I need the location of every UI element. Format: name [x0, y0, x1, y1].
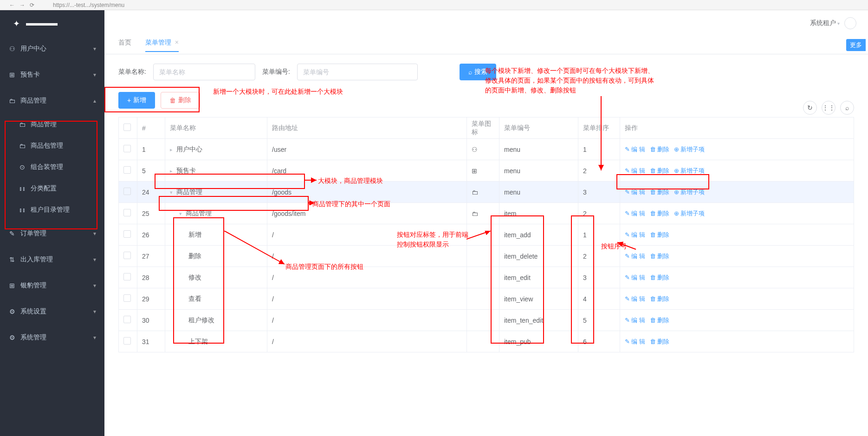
delete-link[interactable]: 🗑删除: [650, 316, 669, 325]
edit-link[interactable]: ✎编 辑: [625, 188, 645, 196]
addsub-link[interactable]: ⊕新增子项: [674, 167, 705, 175]
row-sort: 3: [578, 267, 620, 288]
checkbox-all[interactable]: [123, 124, 131, 131]
add-button[interactable]: +新增: [118, 92, 155, 109]
close-icon[interactable]: ×: [175, 39, 179, 46]
expand-icon[interactable]: ▾: [179, 211, 182, 216]
expand-icon[interactable]: ▸: [170, 168, 173, 174]
table-row: 31上下架/item_pub6✎编 辑🗑删除: [119, 331, 854, 352]
sidebar-item[interactable]: ⊞银豹管理▾: [0, 273, 104, 299]
edit-link[interactable]: ✎编 辑: [625, 295, 645, 303]
sidebar-subitem[interactable]: ⊙组合装管理: [5, 156, 104, 178]
row-ops: ✎编 辑🗑删除: [620, 310, 854, 331]
trash-icon: 🗑: [650, 253, 656, 260]
menucode-label: 菜单编号:: [262, 68, 290, 76]
row-idx: 30: [137, 310, 165, 331]
delete-link[interactable]: 🗑删除: [650, 209, 669, 218]
sidebar-subitem[interactable]: 🗀商品管理: [5, 114, 104, 135]
sidebar-item[interactable]: ⇅出入库管理▾: [0, 247, 104, 273]
delete-link[interactable]: 🗑删除: [650, 252, 669, 260]
row-sort: 3: [578, 182, 620, 203]
edit-link[interactable]: ✎编 辑: [625, 167, 645, 175]
tabs-more-button[interactable]: 更多: [846, 39, 866, 51]
edit-link[interactable]: ✎编 辑: [625, 338, 645, 346]
col-code: 菜单编号: [499, 117, 578, 139]
combo-icon: ⊙: [19, 163, 26, 171]
row-checkbox[interactable]: [123, 337, 131, 345]
edit-link[interactable]: ✎编 辑: [625, 316, 645, 325]
sidebar-item[interactable]: ⚇用户中心▾: [0, 36, 104, 62]
row-sort: 1: [578, 139, 620, 160]
delete-link[interactable]: 🗑删除: [650, 188, 669, 196]
tenant-dropdown[interactable]: 系统租户▾: [810, 19, 840, 27]
row-idx: 27: [137, 246, 165, 267]
delete-link[interactable]: 🗑删除: [650, 167, 669, 175]
row-checkbox[interactable]: [123, 188, 131, 195]
edit-icon: ✎: [625, 274, 630, 281]
sidebar-subitem[interactable]: ⫾⫾分类配置: [5, 178, 104, 199]
avatar[interactable]: [844, 17, 856, 29]
url-text: https://...-test.../system/menu: [53, 2, 124, 8]
edit-link[interactable]: ✎编 辑: [625, 209, 645, 218]
row-checkbox[interactable]: [123, 294, 131, 302]
expand-icon[interactable]: ▸: [170, 147, 173, 152]
sidebar-item[interactable]: 🗀商品管理▴: [0, 88, 104, 114]
row-checkbox[interactable]: [123, 209, 131, 216]
addsub-link[interactable]: ⊕新增子项: [674, 209, 705, 218]
addsub-link[interactable]: ⊕新增子项: [674, 188, 705, 196]
row-checkbox[interactable]: [123, 145, 131, 152]
row-ops: ✎编 辑🗑删除⊕新增子项: [620, 203, 854, 224]
row-checkbox[interactable]: [123, 166, 131, 174]
table-row: 29查看/item_view4✎编 辑🗑删除: [119, 288, 854, 310]
row-checkbox[interactable]: [123, 230, 131, 238]
row-checkbox[interactable]: [123, 273, 131, 280]
browser-refresh-icon[interactable]: ⟳: [30, 2, 34, 8]
delete-link[interactable]: 🗑删除: [650, 338, 669, 346]
row-checkbox[interactable]: [123, 252, 131, 259]
edit-link[interactable]: ✎编 辑: [625, 231, 645, 239]
sidebar-item[interactable]: ⚙系统管理▾: [0, 325, 104, 351]
edit-link[interactable]: ✎编 辑: [625, 252, 645, 260]
expand-icon[interactable]: ▾: [170, 189, 173, 195]
sidebar-item[interactable]: ✎订单管理▾: [0, 221, 104, 247]
stock-icon: ⇅: [8, 256, 16, 263]
delete-button[interactable]: 🗑删除: [161, 92, 200, 109]
edit-link[interactable]: ✎编 辑: [625, 273, 645, 282]
menuname-input[interactable]: [153, 64, 255, 80]
row-code: item_pub: [499, 331, 578, 352]
sidebar-item[interactable]: ⚙系统设置▾: [0, 299, 104, 325]
row-path: /: [267, 310, 467, 331]
search-icon: ⌕: [468, 68, 472, 76]
tab-home[interactable]: 首页: [118, 39, 131, 52]
header: 系统租户▾: [104, 10, 868, 36]
sidebar-item-label: 分类配置: [31, 184, 57, 193]
search-button[interactable]: ⌕搜索: [460, 64, 496, 80]
row-path: /card: [267, 160, 467, 182]
chevron-icon: ▾: [93, 72, 96, 78]
columns-icon[interactable]: ⋮⋮: [822, 101, 836, 115]
menucode-input[interactable]: [297, 64, 418, 80]
delete-link[interactable]: 🗑删除: [650, 273, 669, 282]
delete-link[interactable]: 🗑删除: [650, 295, 669, 303]
browser-fwd-icon[interactable]: →: [19, 2, 25, 8]
sidebar-subitem[interactable]: 🗀商品包管理: [5, 135, 104, 156]
search-toggle-icon[interactable]: ⌕: [840, 101, 854, 115]
row-checkbox[interactable]: [123, 316, 131, 323]
row-path: /: [267, 288, 467, 310]
tab-menu-mgmt[interactable]: 菜单管理 ×: [145, 39, 179, 52]
refresh-icon[interactable]: ↻: [803, 101, 817, 115]
addsub-link[interactable]: ⊕新增子项: [674, 145, 705, 154]
row-name-cell: ▸预售卡: [165, 160, 267, 182]
sidebar-subitem[interactable]: ⫾⫾租户目录管理: [5, 199, 104, 221]
row-ops: ✎编 辑🗑删除: [620, 224, 854, 246]
delete-link[interactable]: 🗑删除: [650, 145, 669, 154]
delete-link[interactable]: 🗑删除: [650, 231, 669, 239]
chevron-icon: ▾: [93, 230, 96, 237]
sidebar-item[interactable]: ⊞预售卡▾: [0, 62, 104, 88]
browser-back-icon[interactable]: ←: [9, 2, 15, 8]
edit-link[interactable]: ✎编 辑: [625, 145, 645, 154]
row-icon: [467, 224, 499, 246]
row-icon: 🗀: [467, 182, 499, 203]
plus-circle-icon: ⊕: [674, 167, 679, 174]
row-path: /goods: [267, 182, 467, 203]
